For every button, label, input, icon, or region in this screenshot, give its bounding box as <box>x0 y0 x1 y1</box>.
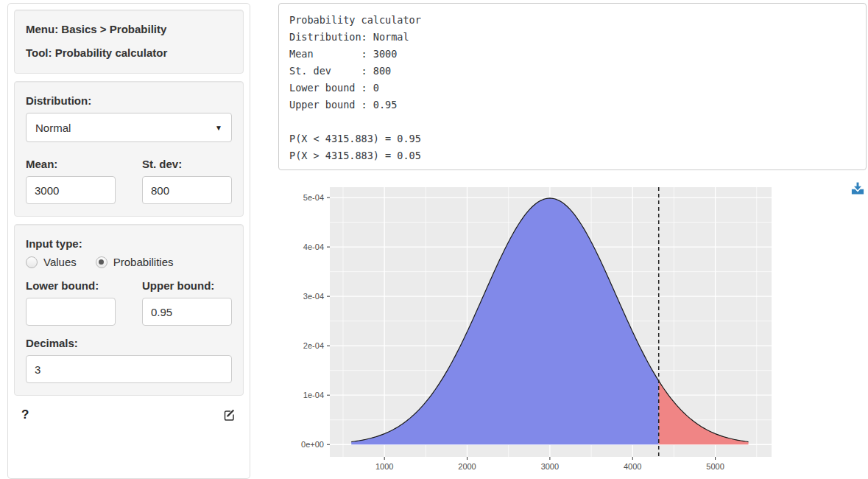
result-output: Probability calculator Distribution: Nor… <box>278 3 867 170</box>
distribution-label: Distribution: <box>26 94 232 108</box>
probability-calculator-app: Menu: Basics > Probability Tool: Probabi… <box>0 0 868 479</box>
mean-input[interactable] <box>26 176 116 204</box>
svg-text:2e-04: 2e-04 <box>303 341 324 350</box>
decimals-label: Decimals: <box>26 336 232 350</box>
radio-probabilities-circle[interactable] <box>96 256 107 268</box>
sidebar: Menu: Basics > Probability Tool: Probabi… <box>7 3 250 479</box>
radio-values[interactable]: Values <box>26 256 77 268</box>
svg-text:1000: 1000 <box>375 462 393 471</box>
breadcrumb: Menu: Basics > Probability <box>26 22 232 36</box>
help-button[interactable]: ? <box>21 408 29 422</box>
upper-bound-label: Upper bound: <box>142 279 232 293</box>
stdev-input[interactable] <box>142 176 232 204</box>
svg-text:3000: 3000 <box>541 462 559 471</box>
svg-text:2000: 2000 <box>458 462 476 471</box>
svg-text:3e-04: 3e-04 <box>303 292 324 301</box>
tool-title: Tool: Probability calculator <box>26 46 232 60</box>
edit-icon[interactable] <box>223 408 236 422</box>
radio-values-label: Values <box>43 256 77 268</box>
radio-probabilities-label: Probabilities <box>113 256 174 268</box>
svg-text:1e-04: 1e-04 <box>303 391 324 399</box>
chevron-down-icon: ▼ <box>215 124 222 132</box>
lower-bound-input[interactable] <box>26 298 116 326</box>
download-icon[interactable] <box>851 182 864 195</box>
upper-bound-input[interactable] <box>142 298 232 326</box>
distribution-select[interactable]: Normal ▼ <box>26 113 232 142</box>
main-panel: Probability calculator Distribution: Nor… <box>278 3 868 479</box>
radio-probabilities[interactable]: Probabilities <box>96 256 174 268</box>
svg-text:5000: 5000 <box>706 462 724 471</box>
input-type-panel: Input type: Values Probabilities Lower b… <box>14 224 244 396</box>
probability-plot: 100020003000400050000e+001e-042e-043e-04… <box>287 182 780 479</box>
decimals-input[interactable] <box>26 355 232 383</box>
input-type-label: Input type: <box>26 237 232 251</box>
mean-label: Mean: <box>26 157 116 171</box>
lower-bound-label: Lower bound: <box>26 279 116 293</box>
sidebar-footer: ? <box>14 405 244 422</box>
distribution-panel: Distribution: Normal ▼ Mean: St. dev: <box>14 81 244 217</box>
svg-text:4e-04: 4e-04 <box>303 242 324 251</box>
distribution-selected-value: Normal <box>35 122 71 134</box>
radio-values-circle[interactable] <box>26 256 38 268</box>
input-type-radio-group: Values Probabilities <box>26 256 232 268</box>
menu-panel: Menu: Basics > Probability Tool: Probabi… <box>14 10 244 74</box>
svg-text:0e+00: 0e+00 <box>301 440 324 449</box>
chart-container: 100020003000400050000e+001e-042e-043e-04… <box>278 182 867 479</box>
stdev-label: St. dev: <box>142 157 232 171</box>
svg-text:5e-04: 5e-04 <box>303 193 324 202</box>
svg-text:4000: 4000 <box>624 462 641 471</box>
